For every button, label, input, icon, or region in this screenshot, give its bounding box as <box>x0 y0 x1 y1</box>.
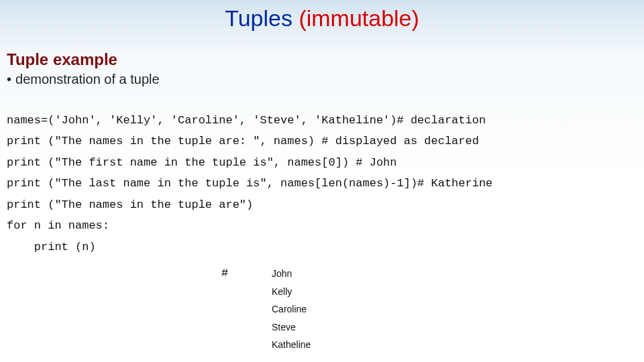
code-block: names=('John', 'Kelly', 'Caroline', 'Ste… <box>7 110 644 257</box>
code-line: names=('John', 'Kelly', 'Caroline', 'Ste… <box>7 114 486 127</box>
bullet-line: •demonstration of a tuple <box>7 72 644 87</box>
section-subtitle: Tuple example <box>7 50 644 69</box>
hash-comment: # <box>221 267 228 280</box>
output-line: John <box>272 265 311 283</box>
slide-title: Tuples (immutable) <box>0 0 644 32</box>
output-line: Caroline <box>272 300 311 318</box>
output-block: John Kelly Caroline Steve Katheline <box>272 265 311 354</box>
title-part1: Tuples <box>225 5 299 31</box>
output-line: Kelly <box>272 283 311 301</box>
output-line: Steve <box>272 318 311 337</box>
code-line: print ("The first name in the tuple is",… <box>7 156 397 169</box>
code-line: for n in names: <box>7 219 109 232</box>
bullet-text: demonstration of a tuple <box>15 72 160 86</box>
bullet-dot: • <box>7 72 11 86</box>
code-line: print ("The last name in the tuple is", … <box>7 177 492 190</box>
code-line: print ("The names in the tuple are: ", n… <box>7 135 479 147</box>
code-line: print ("The names in the tuple are") <box>7 198 253 211</box>
title-part2: (immutable) <box>299 5 419 31</box>
output-line: Katheline <box>272 336 311 354</box>
code-line: print (n) <box>7 241 96 253</box>
